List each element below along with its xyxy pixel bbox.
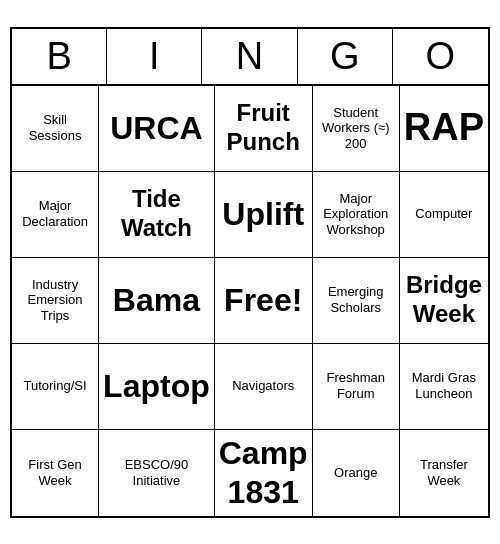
bingo-card: BINGO Skill SessionsURCAFruit PunchStude… (10, 27, 490, 518)
bingo-cell: Mardi Gras Luncheon (400, 344, 488, 430)
bingo-cell: Camp 1831 (215, 430, 313, 516)
bingo-cell: Bama (99, 258, 215, 344)
bingo-cell: Industry Emersion Trips (12, 258, 99, 344)
bingo-cell: Major Exploration Workshop (313, 172, 400, 258)
header-letter: G (298, 29, 393, 84)
bingo-cell: Freshman Forum (313, 344, 400, 430)
bingo-cell: Computer (400, 172, 488, 258)
header-letter: N (202, 29, 297, 84)
bingo-cell: EBSCO/90 Initiative (99, 430, 215, 516)
bingo-header: BINGO (12, 29, 488, 86)
bingo-cell: URCA (99, 86, 215, 172)
bingo-cell: Tutoring/SI (12, 344, 99, 430)
bingo-cell: First Gen Week (12, 430, 99, 516)
bingo-cell: Bridge Week (400, 258, 488, 344)
bingo-grid: Skill SessionsURCAFruit PunchStudent Wor… (12, 86, 488, 516)
bingo-cell: Skill Sessions (12, 86, 99, 172)
header-letter: B (12, 29, 107, 84)
bingo-cell: Tide Watch (99, 172, 215, 258)
bingo-cell: Emerging Scholars (313, 258, 400, 344)
bingo-cell: Uplift (215, 172, 313, 258)
bingo-cell: Navigators (215, 344, 313, 430)
bingo-cell: RAP (400, 86, 488, 172)
bingo-cell: Orange (313, 430, 400, 516)
bingo-cell: Student Workers (≈) 200 (313, 86, 400, 172)
header-letter: O (393, 29, 488, 84)
bingo-cell: Free! (215, 258, 313, 344)
header-letter: I (107, 29, 202, 84)
bingo-cell: Laptop (99, 344, 215, 430)
bingo-cell: Major Declaration (12, 172, 99, 258)
bingo-cell: Transfer Week (400, 430, 488, 516)
bingo-cell: Fruit Punch (215, 86, 313, 172)
